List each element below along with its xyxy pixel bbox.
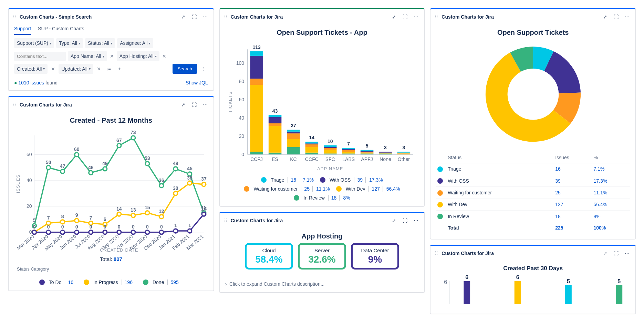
svg-text:40: 40 (239, 115, 244, 121)
legend-item[interactable]: Done595 (143, 280, 183, 285)
drag-handle-icon[interactable]: ⠿ (224, 218, 228, 223)
filter-app-hosting[interactable]: App Hosting: All▾ (117, 51, 159, 61)
svg-rect-148 (342, 149, 355, 150)
svg-rect-165 (397, 153, 410, 154)
table-row[interactable]: With Dev12756.4% (436, 199, 630, 210)
minimize-icon[interactable]: ⤢ (601, 249, 609, 257)
clear-app-hosting-icon[interactable]: ✕ (162, 53, 167, 59)
bars-legend: Triage167.1%With OSS3917.3%Waiting for c… (225, 177, 419, 201)
legend-item[interactable]: In Review188% (294, 195, 350, 201)
svg-text:37: 37 (201, 176, 207, 182)
svg-rect-177 (565, 285, 572, 304)
fullscreen-icon[interactable]: ⛶ (190, 13, 198, 21)
minimize-icon[interactable]: ⤢ (390, 216, 398, 225)
filter-type[interactable]: Type: All▾ (56, 38, 83, 48)
table-row[interactable]: With OSS3917.3% (436, 175, 630, 187)
svg-text:6: 6 (104, 216, 106, 222)
more-icon[interactable]: ⋯ (412, 216, 420, 225)
fullscreen-icon[interactable]: ⛶ (190, 101, 198, 109)
minimize-icon[interactable]: ⤢ (601, 13, 609, 21)
tile[interactable]: Cloud58.4% (245, 243, 293, 270)
results-count: ● 1010 issues found (14, 80, 58, 85)
svg-text:1: 1 (174, 223, 177, 228)
table-row[interactable]: Waiting for customer2511.1% (436, 187, 630, 199)
svg-rect-146 (342, 152, 355, 153)
fullscreen-icon[interactable]: ⛶ (401, 216, 409, 225)
svg-point-28 (75, 153, 79, 157)
table-row[interactable]: Triage167.1% (436, 163, 630, 175)
minimize-icon[interactable]: ⤢ (179, 13, 187, 21)
svg-point-42 (174, 167, 178, 171)
svg-rect-152 (360, 153, 373, 154)
svg-point-72 (202, 182, 206, 186)
expand-description[interactable]: › Click to expand Custom Charts descript… (220, 279, 425, 292)
drag-handle-icon[interactable]: ⠿ (13, 102, 17, 108)
tile[interactable]: Data Center9% (351, 243, 399, 270)
add-filter-icon[interactable]: ＋ (115, 65, 124, 73)
svg-point-70 (188, 181, 192, 185)
drag-handle-icon[interactable]: ⠿ (435, 251, 439, 256)
drag-handle-icon[interactable]: ⠿ (435, 14, 439, 20)
legend-item[interactable]: With Dev12756.4% (336, 186, 400, 192)
filter-text-input[interactable] (14, 52, 66, 61)
svg-text:6: 6 (444, 279, 447, 285)
svg-point-30 (89, 171, 93, 175)
fullscreen-icon[interactable]: ⛶ (401, 13, 409, 21)
more-icon[interactable]: ⋯ (623, 13, 631, 21)
svg-point-88 (131, 230, 135, 234)
clear-app-name-icon[interactable]: ✕ (109, 53, 115, 59)
svg-rect-113 (250, 56, 263, 79)
more-icon[interactable]: ⋯ (201, 13, 209, 21)
clear-updated-icon[interactable]: ✕ (96, 66, 102, 72)
filter-status[interactable]: Status: All▾ (85, 38, 115, 48)
legend-item[interactable]: With OSS3917.3% (320, 177, 383, 183)
more-icon[interactable]: ⋯ (201, 101, 209, 109)
svg-rect-153 (360, 153, 373, 154)
svg-rect-155 (360, 151, 373, 152)
svg-text:CREATED DATE: CREATED DATE (100, 247, 138, 252)
clear-created-icon[interactable]: ✕ (50, 66, 56, 72)
svg-point-66 (159, 215, 164, 219)
tab-support[interactable]: Support (14, 23, 31, 35)
gadget-title: Custom Charts for Jira (20, 102, 176, 108)
filter-project[interactable]: Support (SUP)▾ (14, 38, 54, 48)
svg-rect-166 (397, 152, 410, 153)
fullscreen-icon[interactable]: ⛶ (612, 13, 620, 21)
svg-rect-147 (342, 150, 355, 152)
minimize-icon[interactable]: ⤢ (390, 13, 398, 21)
filter-assignee[interactable]: Assignee: All▾ (117, 38, 153, 48)
gadget-title: Custom Charts for Jira (231, 218, 387, 223)
tile[interactable]: Server32.6% (298, 243, 346, 270)
svg-point-54 (75, 219, 79, 223)
legend-item[interactable]: In Progress196 (84, 280, 137, 285)
svg-rect-173 (464, 281, 470, 304)
drag-handle-icon[interactable]: ⠿ (224, 14, 228, 20)
show-jql-link[interactable]: Show JQL (186, 80, 208, 85)
minimize-icon[interactable]: ⤢ (179, 101, 187, 109)
more-icon[interactable]: ⋯ (623, 249, 631, 257)
legend-item[interactable]: To Do16 (39, 280, 77, 285)
filter-updated[interactable]: Updated: All▾ (59, 64, 93, 74)
legend-item[interactable]: Waiting for customer2511.1% (244, 186, 330, 192)
drag-handle-icon[interactable]: ⠿ (13, 14, 17, 20)
donut-chart (475, 39, 592, 149)
more-icon[interactable]: ⋯ (412, 13, 420, 21)
svg-text:0: 0 (90, 224, 92, 230)
legend-item[interactable]: Triage167.1% (261, 177, 314, 183)
kebab-icon[interactable]: ⋮ (200, 65, 208, 73)
fullscreen-icon[interactable]: ⛶ (612, 249, 620, 257)
filter-created[interactable]: Created: All▾ (14, 64, 48, 74)
svg-text:0: 0 (75, 224, 78, 230)
table-row[interactable]: In Review188% (436, 210, 630, 222)
search-button[interactable]: Search (173, 64, 197, 74)
tab-sup-custom[interactable]: SUP - Custom Charts (38, 23, 84, 35)
svg-point-96 (188, 229, 192, 233)
svg-text:7: 7 (90, 215, 92, 221)
svg-text:100: 100 (236, 60, 244, 66)
gadget-title: Custom Charts for Jira (442, 14, 598, 20)
svg-text:12: 12 (159, 209, 164, 214)
sort-icon[interactable]: ↓≡ (104, 65, 113, 73)
svg-rect-131 (305, 153, 318, 154)
filter-app-name[interactable]: App Name: All▾ (68, 51, 107, 61)
svg-point-98 (202, 212, 206, 216)
